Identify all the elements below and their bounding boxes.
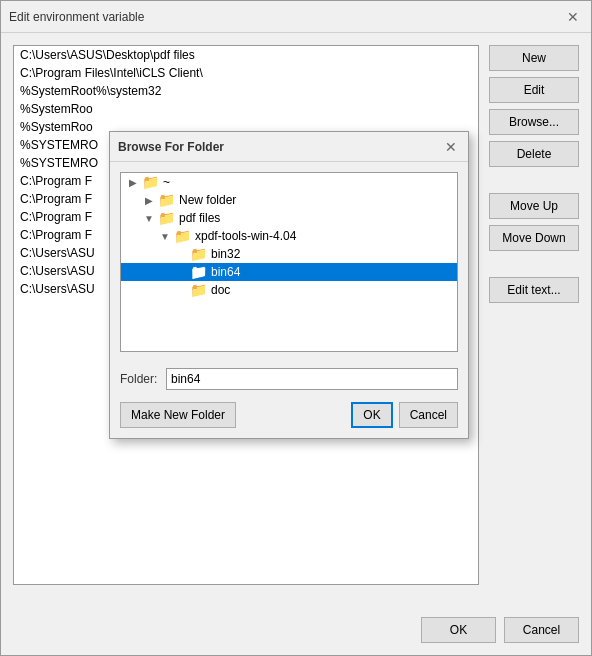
- browse-dialog: Browse For Folder ✕ ▶📁~▶📁New folder▼📁pdf…: [109, 131, 469, 439]
- cancel-button[interactable]: Cancel: [504, 617, 579, 643]
- folder-input[interactable]: [166, 368, 458, 390]
- tree-item-label: xpdf-tools-win-4.04: [195, 229, 296, 243]
- new-button[interactable]: New: [489, 45, 579, 71]
- move-down-button[interactable]: Move Down: [489, 225, 579, 251]
- make-new-folder-button[interactable]: Make New Folder: [120, 402, 236, 428]
- folder-label: Folder:: [120, 372, 160, 386]
- browse-folder-row: Folder:: [110, 362, 468, 396]
- main-title-text: Edit environment variable: [9, 10, 144, 24]
- main-dialog: Edit environment variable ✕ C:\Users\ASU…: [0, 0, 592, 656]
- tree-item[interactable]: 📁doc: [121, 281, 457, 299]
- tree-item-label: bin32: [211, 247, 240, 261]
- tree-item[interactable]: ▼📁pdf files: [121, 209, 457, 227]
- edit-text-button[interactable]: Edit text...: [489, 277, 579, 303]
- tree-item[interactable]: ▶📁New folder: [121, 191, 457, 209]
- tree-item[interactable]: ▼📁xpdf-tools-win-4.04: [121, 227, 457, 245]
- tree-item-label: ~: [163, 175, 170, 189]
- folder-icon: 📁: [189, 283, 207, 297]
- folder-icon: 📁: [157, 193, 175, 207]
- move-up-button[interactable]: Move Up: [489, 193, 579, 219]
- main-close-button[interactable]: ✕: [563, 7, 583, 27]
- right-buttons: New Edit Browse... Delete Move Up Move D…: [489, 45, 579, 643]
- folder-icon: 📁: [173, 229, 191, 243]
- edit-button[interactable]: Edit: [489, 77, 579, 103]
- spacer2: [489, 257, 579, 271]
- list-item[interactable]: %SystemRoo: [14, 100, 478, 118]
- browse-button[interactable]: Browse...: [489, 109, 579, 135]
- main-title-bar: Edit environment variable ✕: [1, 1, 591, 33]
- spacer: [489, 173, 579, 187]
- browse-title-bar: Browse For Folder ✕: [110, 132, 468, 162]
- browse-title: Browse For Folder: [118, 140, 224, 154]
- tree-item-label: doc: [211, 283, 230, 297]
- list-item[interactable]: C:\Users\ASUS\Desktop\pdf files: [14, 46, 478, 64]
- folder-icon: 📁: [157, 211, 175, 225]
- browse-right-btns: OK Cancel: [351, 402, 458, 428]
- tree-item-label: pdf files: [179, 211, 220, 225]
- bottom-buttons: OK Cancel: [421, 617, 579, 643]
- folder-icon: 📁: [189, 265, 207, 279]
- browse-close-button[interactable]: ✕: [442, 138, 460, 156]
- tree-item[interactable]: ▶📁~: [121, 173, 457, 191]
- browse-tree[interactable]: ▶📁~▶📁New folder▼📁pdf files▼📁xpdf-tools-w…: [120, 172, 458, 352]
- delete-button[interactable]: Delete: [489, 141, 579, 167]
- browse-cancel-button[interactable]: Cancel: [399, 402, 458, 428]
- tree-item[interactable]: 📁bin64: [121, 263, 457, 281]
- folder-icon: 📁: [141, 175, 159, 189]
- browse-action-buttons: Make New Folder OK Cancel: [110, 396, 468, 438]
- browse-ok-button[interactable]: OK: [351, 402, 392, 428]
- tree-item-label: New folder: [179, 193, 236, 207]
- tree-item[interactable]: 📁bin32: [121, 245, 457, 263]
- list-item[interactable]: %SystemRoot%\system32: [14, 82, 478, 100]
- folder-icon: 📁: [189, 247, 207, 261]
- list-item[interactable]: C:\Program Files\Intel\iCLS Client\: [14, 64, 478, 82]
- ok-button[interactable]: OK: [421, 617, 496, 643]
- tree-item-label: bin64: [211, 265, 240, 279]
